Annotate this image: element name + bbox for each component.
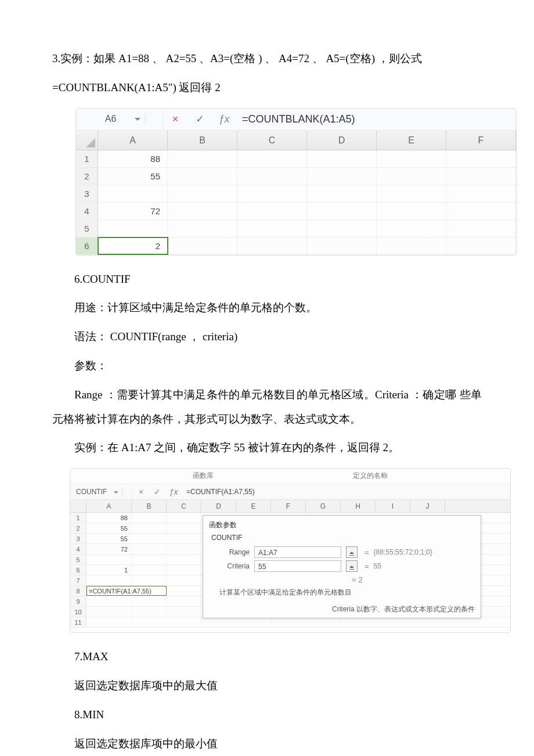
- cell[interactable]: [377, 150, 446, 167]
- col-header[interactable]: H: [341, 500, 376, 512]
- cell[interactable]: [86, 617, 132, 627]
- col-header[interactable]: D: [307, 131, 377, 150]
- cell-selected[interactable]: =COUNTIF(A1:A7,55): [86, 586, 167, 596]
- cell[interactable]: [167, 596, 201, 606]
- row-header[interactable]: 7: [70, 575, 86, 585]
- range-input[interactable]: A1:A7: [254, 546, 341, 558]
- row-header[interactable]: 1: [70, 513, 86, 523]
- cancel-icon[interactable]: ×: [133, 487, 149, 496]
- cell[interactable]: [132, 607, 167, 617]
- cell[interactable]: [86, 596, 132, 606]
- row-header[interactable]: 2: [76, 168, 98, 185]
- cell[interactable]: [377, 168, 446, 185]
- tab-defined-names[interactable]: 定义的名称: [353, 471, 388, 481]
- cell[interactable]: [168, 168, 237, 185]
- row-header[interactable]: 3: [70, 534, 86, 543]
- cell[interactable]: [167, 586, 201, 596]
- col-header[interactable]: E: [377, 131, 446, 150]
- name-box[interactable]: COUNTIF: [70, 488, 122, 496]
- cell[interactable]: [167, 607, 201, 617]
- cell[interactable]: [237, 185, 307, 202]
- fx-icon[interactable]: ƒx: [212, 113, 236, 125]
- cell[interactable]: [167, 523, 201, 533]
- row-header[interactable]: 1: [76, 150, 98, 167]
- cell[interactable]: 72: [98, 203, 168, 219]
- cell[interactable]: [98, 220, 168, 237]
- cell[interactable]: [376, 617, 410, 627]
- fx-icon[interactable]: ƒx: [165, 487, 182, 496]
- confirm-icon[interactable]: ✓: [187, 113, 212, 125]
- cell[interactable]: [201, 617, 236, 627]
- cell[interactable]: [341, 617, 376, 627]
- row-header[interactable]: 5: [70, 555, 86, 564]
- cell[interactable]: [307, 220, 377, 237]
- col-header[interactable]: B: [168, 131, 237, 150]
- cell[interactable]: 55: [98, 168, 168, 185]
- cell[interactable]: [237, 203, 307, 219]
- cell[interactable]: [86, 555, 132, 564]
- col-header[interactable]: C: [167, 500, 201, 512]
- cell[interactable]: [86, 575, 132, 585]
- col-header[interactable]: D: [201, 500, 236, 512]
- cell[interactable]: [306, 617, 341, 627]
- cell[interactable]: [168, 150, 237, 167]
- cell-selected[interactable]: 2: [98, 237, 168, 254]
- col-header[interactable]: F: [446, 131, 516, 150]
- cell[interactable]: [307, 185, 377, 202]
- cell[interactable]: [307, 168, 377, 185]
- row-header[interactable]: 9: [70, 596, 86, 606]
- cell[interactable]: 72: [86, 544, 132, 554]
- cell[interactable]: [237, 150, 307, 167]
- cell[interactable]: [167, 544, 201, 554]
- row-header[interactable]: 6: [76, 237, 98, 254]
- row-header[interactable]: 3: [76, 185, 98, 202]
- name-box[interactable]: A6: [76, 114, 146, 124]
- col-header[interactable]: J: [410, 500, 445, 512]
- cell[interactable]: [237, 168, 307, 185]
- cell[interactable]: [446, 203, 516, 219]
- col-header[interactable]: B: [132, 500, 167, 512]
- row-header[interactable]: 8: [70, 586, 86, 596]
- cell[interactable]: [237, 237, 307, 254]
- cell[interactable]: [167, 555, 201, 564]
- confirm-icon[interactable]: ✓: [149, 487, 165, 496]
- cell[interactable]: [307, 237, 377, 254]
- cell[interactable]: [132, 575, 167, 585]
- cell[interactable]: [307, 203, 377, 219]
- cell[interactable]: [167, 513, 201, 523]
- range-ref-button[interactable]: [346, 546, 358, 558]
- select-all-corner[interactable]: [76, 131, 98, 150]
- cell[interactable]: [167, 575, 201, 585]
- formula-input[interactable]: =COUNTIF(A1:A7,55): [182, 488, 510, 496]
- cell[interactable]: [237, 220, 307, 237]
- cell[interactable]: 88: [86, 513, 132, 523]
- cell[interactable]: [168, 237, 237, 254]
- col-header[interactable]: A: [98, 131, 168, 150]
- select-all-corner[interactable]: [70, 500, 86, 512]
- cell[interactable]: 1: [86, 565, 132, 575]
- cell[interactable]: [446, 150, 516, 167]
- row-header[interactable]: 6: [70, 565, 86, 575]
- tab-function-library[interactable]: 函数库: [193, 471, 214, 481]
- cell[interactable]: [132, 555, 167, 564]
- cell[interactable]: [377, 237, 446, 254]
- cell[interactable]: [167, 534, 201, 543]
- criteria-ref-button[interactable]: [346, 560, 358, 572]
- cell[interactable]: [307, 150, 377, 167]
- row-header[interactable]: 5: [76, 220, 98, 237]
- cell[interactable]: [132, 596, 167, 606]
- cell[interactable]: [167, 565, 201, 575]
- col-header[interactable]: I: [376, 500, 410, 512]
- formula-input[interactable]: =COUNTBLANK(A1:A5): [236, 113, 516, 125]
- cell[interactable]: [446, 237, 516, 254]
- cell[interactable]: [377, 185, 446, 202]
- col-header[interactable]: E: [236, 500, 271, 512]
- col-header[interactable]: F: [271, 500, 306, 512]
- cell[interactable]: [410, 617, 445, 627]
- cell[interactable]: [132, 565, 167, 575]
- cell[interactable]: [132, 513, 167, 523]
- cell[interactable]: [132, 544, 167, 554]
- cell[interactable]: [168, 185, 237, 202]
- cell[interactable]: [236, 617, 271, 627]
- cell[interactable]: [446, 185, 516, 202]
